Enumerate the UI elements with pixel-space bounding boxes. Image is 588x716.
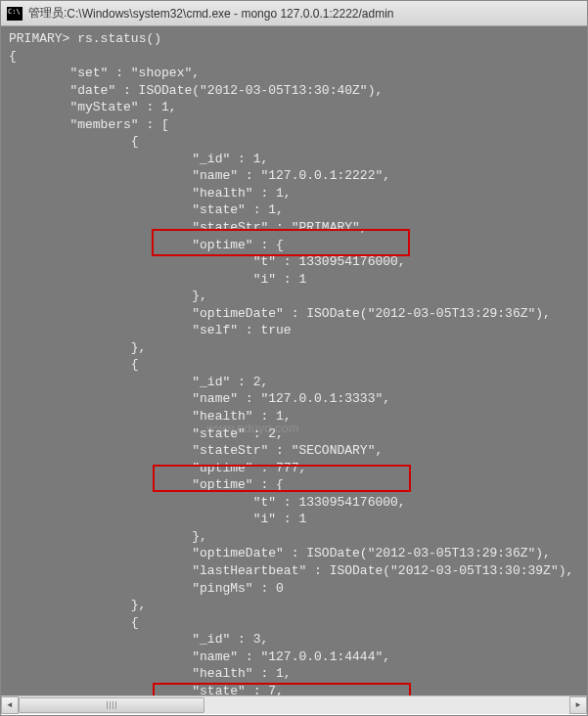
output-line: "state" : 7, xyxy=(9,684,284,695)
output-line: }, xyxy=(9,289,207,303)
output-line: "stateStr" : "SECONDARY", xyxy=(9,443,383,458)
output-line: "name" : "127.0.0.1:2222", xyxy=(9,168,390,183)
output-line: "uptime" : 777, xyxy=(9,461,306,475)
output-line: { xyxy=(9,357,139,372)
output-line: "health" : 1, xyxy=(9,666,292,681)
scroll-right-arrow[interactable]: ► xyxy=(569,696,587,714)
output-line: "health" : 1, xyxy=(9,409,292,424)
title-prefix: 管理员: xyxy=(28,5,67,22)
scroll-thumb[interactable] xyxy=(19,697,204,713)
output-line: "health" : 1, xyxy=(9,186,292,201)
output-line: { xyxy=(9,49,17,64)
output-line: "_id" : 2, xyxy=(9,375,268,389)
scroll-left-arrow[interactable]: ◄ xyxy=(1,696,19,714)
output-line: "optime" : { xyxy=(9,477,284,492)
output-line: "members" : [ xyxy=(9,117,169,132)
output-line: }, xyxy=(9,529,207,544)
command: rs.status() xyxy=(77,31,161,46)
cmd-icon xyxy=(7,7,23,21)
output-line: "optimeDate" : ISODate("2012-03-05T13:29… xyxy=(9,546,551,560)
output-line: "i" : 1 xyxy=(9,512,306,526)
output-line: "t" : 1330954176000, xyxy=(9,495,406,510)
output-line: }, xyxy=(9,340,146,355)
horizontal-scrollbar[interactable]: ◄ ► xyxy=(1,695,587,713)
thumb-grip-icon xyxy=(107,701,116,709)
window-titlebar: 管理员: C:\Windows\system32\cmd.exe - mongo… xyxy=(1,1,587,26)
output-line: "name" : "127.0.0.1:3333", xyxy=(9,391,390,406)
terminal-output[interactable]: PRIMARY> rs.status() { "set" : "shopex",… xyxy=(1,26,587,695)
scroll-track[interactable] xyxy=(19,696,569,714)
output-line: "state" : 1, xyxy=(9,202,284,217)
output-line: "optimeDate" : ISODate("2012-03-05T13:29… xyxy=(9,306,551,321)
output-line: "optime" : { xyxy=(9,238,284,252)
output-line: "self" : true xyxy=(9,323,292,337)
output-line: "lastHeartbeat" : ISODate("2012-03-05T13… xyxy=(9,563,573,578)
title-path: C:\Windows\system32\cmd.exe - mongo 127.… xyxy=(67,7,393,21)
output-line: "i" : 1 xyxy=(9,272,306,287)
output-line: "t" : 1330954176000, xyxy=(9,254,406,269)
output-line: "set" : "shopex", xyxy=(9,66,200,80)
output-line: "state" : 2, xyxy=(9,426,284,441)
output-line: "stateStr" : "PRIMARY", xyxy=(9,220,368,235)
output-line: }, xyxy=(9,598,146,612)
prompt: PRIMARY> xyxy=(9,31,77,46)
output-line: { xyxy=(9,615,139,630)
output-line: "date" : ISODate("2012-03-05T13:30:40Z")… xyxy=(9,83,383,98)
output-line: "myState" : 1, xyxy=(9,100,177,114)
output-line: "_id" : 3, xyxy=(9,632,268,647)
output-line: { xyxy=(9,134,139,149)
output-line: "name" : "127.0.0.1:4444", xyxy=(9,649,390,664)
output-line: "pingMs" : 0 xyxy=(9,581,284,596)
output-line: "_id" : 1, xyxy=(9,152,268,166)
